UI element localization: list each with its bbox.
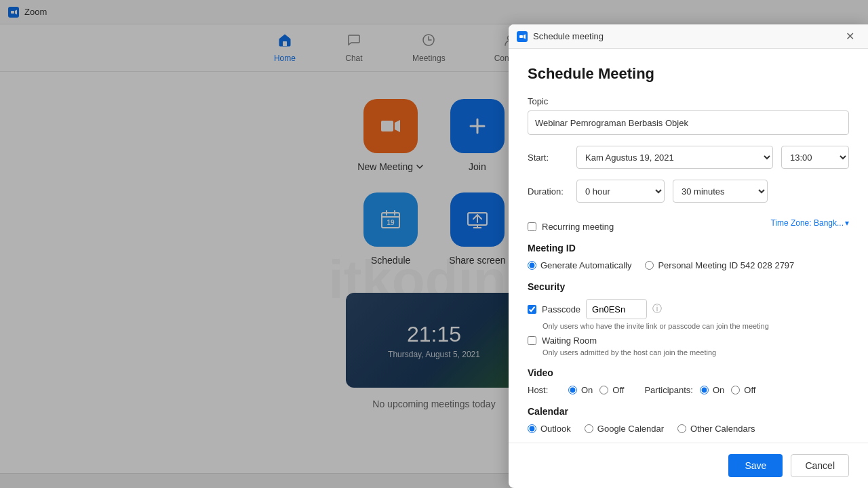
timezone-chevron-icon: ▾ (845, 218, 849, 228)
recurring-timezone-row: Recurring meeting Time Zone: Bangk... ▾ (528, 214, 849, 232)
video-row: Host: On Off Participants: On (528, 385, 849, 395)
waiting-room-label: Waiting Room (542, 336, 597, 346)
calendar-options: Outlook Google Calendar Other Calendars (528, 424, 849, 434)
start-date-select[interactable]: Kam Agustus 19, 2021 (576, 146, 773, 169)
duration-group: Duration: 0 hour 1 hour 2 hours 0 minute… (528, 180, 849, 203)
dialog-body: Schedule Meeting Topic Start: Kam Agustu… (509, 49, 868, 443)
host-off-radio[interactable] (599, 386, 608, 394)
passcode-row: Passcode ⓘ (528, 299, 849, 319)
other-calendars-label: Other Calendars (690, 424, 755, 434)
timezone-label: Time Zone: Bangk... (770, 218, 844, 228)
participants-label: Participants: (644, 385, 693, 395)
google-calendar-label: Google Calendar (597, 424, 664, 434)
start-group: Start: Kam Agustus 19, 2021 13:00 (528, 146, 849, 169)
participants-on-option[interactable]: On (700, 385, 724, 395)
meeting-id-radio-group: Generate Automatically Personal Meeting … (528, 260, 849, 270)
dialog-heading: Schedule Meeting (528, 65, 849, 83)
video-group: Video Host: On Off Participants: (528, 367, 849, 395)
other-calendars-radio[interactable] (677, 424, 686, 433)
duration-row: Duration: 0 hour 1 hour 2 hours 0 minute… (528, 180, 849, 203)
recurring-checkbox[interactable] (528, 222, 536, 231)
outlook-radio[interactable] (528, 424, 536, 433)
participants-on-radio[interactable] (700, 386, 709, 394)
start-row: Start: Kam Agustus 19, 2021 13:00 (528, 146, 849, 169)
waiting-room-row: Waiting Room (528, 336, 849, 346)
host-video-group: Host: On Off (528, 385, 624, 395)
generate-auto-label: Generate Automatically (540, 260, 631, 270)
security-group: Security Passcode ⓘ Only users who have … (528, 281, 849, 357)
start-label: Start: (528, 152, 568, 163)
generate-auto-option[interactable]: Generate Automatically (528, 260, 631, 270)
passcode-help-icon[interactable]: ⓘ (652, 303, 662, 315)
schedule-meeting-dialog: Schedule meeting ✕ Schedule Meeting Topi… (509, 24, 868, 488)
passcode-input[interactable] (586, 299, 647, 319)
personal-id-option[interactable]: Personal Meeting ID 542 028 2797 (645, 260, 794, 270)
save-button[interactable]: Save (728, 454, 783, 477)
host-off-label: Off (612, 385, 624, 395)
passcode-hint: Only users who have the invite link or p… (542, 322, 849, 330)
waiting-room-checkbox[interactable] (528, 336, 536, 345)
passcode-checkbox[interactable] (528, 305, 536, 314)
google-calendar-radio[interactable] (585, 424, 593, 433)
timezone-selector[interactable]: Time Zone: Bangk... ▾ (770, 218, 849, 228)
recurring-label: Recurring meeting (542, 222, 614, 232)
meeting-id-title: Meeting ID (528, 243, 849, 253)
participants-off-radio[interactable] (731, 386, 740, 394)
duration-label: Duration: (528, 186, 568, 197)
passcode-label: Passcode (542, 304, 580, 314)
video-title: Video (528, 367, 849, 378)
host-on-option[interactable]: On (568, 385, 593, 395)
meeting-id-group: Meeting ID Generate Automatically Person… (528, 243, 849, 270)
dialog-footer: Save Cancel (509, 443, 868, 488)
google-calendar-option[interactable]: Google Calendar (585, 424, 664, 434)
participants-off-label: Off (744, 385, 755, 395)
host-on-label: On (581, 385, 593, 395)
participants-video-group: Participants: On Off (644, 385, 755, 395)
outlook-option[interactable]: Outlook (528, 424, 571, 434)
personal-id-label: Personal Meeting ID 542 028 2797 (658, 260, 794, 270)
topic-group: Topic (528, 96, 849, 135)
participants-off-option[interactable]: Off (731, 385, 755, 395)
duration-hours-select[interactable]: 0 hour 1 hour 2 hours (576, 180, 665, 203)
generate-auto-radio[interactable] (528, 261, 536, 270)
calendar-group: Calendar Outlook Google Calendar Other C… (528, 406, 849, 434)
other-calendars-option[interactable]: Other Calendars (677, 424, 755, 434)
host-off-option[interactable]: Off (599, 385, 624, 395)
host-label: Host: (528, 385, 561, 395)
dialog-title: Schedule meeting (533, 31, 840, 41)
svg-rect-26 (519, 35, 523, 38)
waiting-room-hint: Only users admitted by the host can join… (542, 348, 849, 357)
calendar-title: Calendar (528, 406, 849, 417)
security-title: Security (528, 281, 849, 292)
recurring-checkbox-label[interactable]: Recurring meeting (528, 222, 614, 232)
participants-on-label: On (713, 385, 724, 395)
topic-label: Topic (528, 96, 849, 106)
dialog-title-bar: Schedule meeting ✕ (509, 24, 868, 49)
dialog-app-icon (517, 31, 528, 42)
topic-input[interactable] (528, 110, 849, 135)
duration-minutes-select[interactable]: 0 minutes 15 minutes 30 minutes 45 minut… (673, 180, 768, 203)
cancel-button[interactable]: Cancel (791, 454, 849, 477)
personal-id-radio[interactable] (645, 261, 654, 270)
host-on-radio[interactable] (568, 386, 577, 394)
start-time-select[interactable]: 13:00 (781, 146, 849, 169)
dialog-close-button[interactable]: ✕ (840, 27, 860, 45)
outlook-label: Outlook (540, 424, 571, 434)
